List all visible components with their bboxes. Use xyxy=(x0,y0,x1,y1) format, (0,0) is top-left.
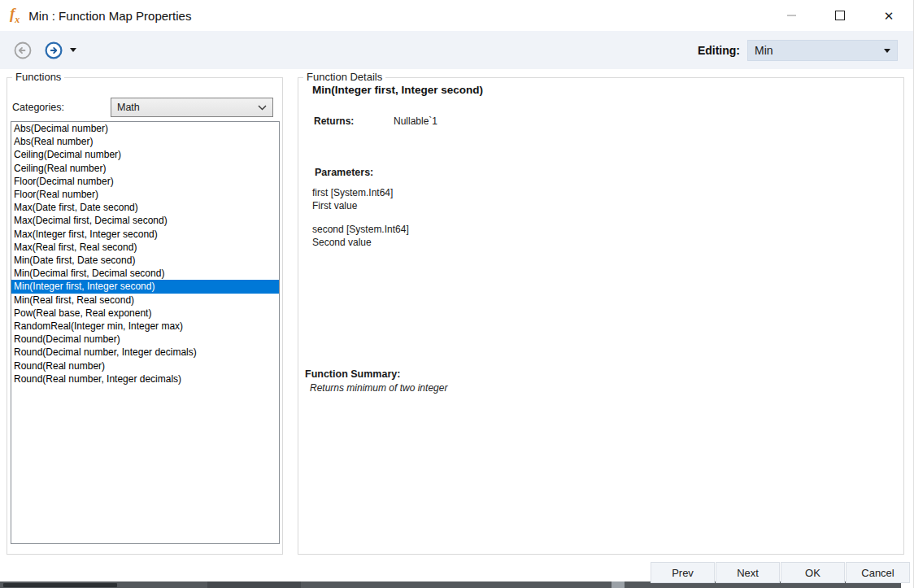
list-item[interactable]: Min(Real first, Real second) xyxy=(11,294,279,307)
minimize-icon xyxy=(787,15,796,16)
minimize-button[interactable] xyxy=(767,0,816,31)
forward-button[interactable] xyxy=(44,41,63,60)
editing-group: Editing: Min xyxy=(698,31,898,69)
parameter-description: First value xyxy=(312,200,393,213)
list-item[interactable]: Max(Integer first, Integer second) xyxy=(11,228,279,241)
list-item[interactable]: Ceiling(Real number) xyxy=(11,162,279,175)
function-summary-text: Returns minimum of two integer xyxy=(310,382,447,394)
categories-combobox-value: Math xyxy=(117,102,140,113)
editing-label: Editing: xyxy=(698,44,740,57)
function-signature: Min(Integer first, Integer second) xyxy=(312,84,483,96)
maximize-button[interactable] xyxy=(816,0,864,31)
editing-combobox[interactable]: Min xyxy=(747,40,898,61)
list-item[interactable]: Round(Decimal number) xyxy=(11,333,279,346)
background-window-segment xyxy=(207,581,301,588)
title-bar: fx Min : Function Map Properties ✕ xyxy=(0,0,913,31)
categories-combobox[interactable]: Math xyxy=(111,98,273,117)
parameter-item: first [System.Int64] First value xyxy=(312,187,393,212)
list-item[interactable]: Ceiling(Decimal number) xyxy=(11,148,279,161)
parameters-label: Parameters: xyxy=(315,167,373,178)
footer-button-bar: Prev Next OK Cancel xyxy=(650,562,910,583)
cancel-button[interactable]: Cancel xyxy=(846,562,910,583)
categories-label: Categories: xyxy=(12,102,64,113)
functions-group-label: Functions xyxy=(12,71,64,83)
list-item[interactable]: Pow(Real base, Real exponent) xyxy=(11,307,279,320)
returns-row: Returns: Nullable`1 xyxy=(314,115,437,127)
list-item[interactable]: Round(Decimal number, Integer decimals) xyxy=(11,346,279,359)
background-window-text-smudge xyxy=(3,583,117,587)
list-item[interactable]: Abs(Real number) xyxy=(11,135,279,148)
toolbar: Editing: Min xyxy=(0,31,913,69)
parameter-name: second [System.Int64] xyxy=(312,224,409,237)
function-list[interactable]: Abs(Decimal number)Abs(Real number)Ceili… xyxy=(11,121,280,544)
close-button[interactable]: ✕ xyxy=(864,0,913,31)
fx-function-icon: fx xyxy=(10,6,20,24)
list-item[interactable]: Abs(Decimal number) xyxy=(11,122,279,135)
list-item[interactable]: Max(Real first, Real second) xyxy=(11,241,279,254)
parameter-item: second [System.Int64] Second value xyxy=(312,224,409,249)
window-controls: ✕ xyxy=(767,0,913,31)
list-item[interactable]: Round(Real number) xyxy=(11,359,279,372)
close-icon: ✕ xyxy=(884,10,894,22)
list-item[interactable]: Min(Decimal first, Decimal second) xyxy=(11,267,279,280)
function-details-group-label: Function Details xyxy=(303,71,385,83)
list-item[interactable]: Floor(Decimal number) xyxy=(11,175,279,188)
function-summary-label: Function Summary: xyxy=(305,368,400,380)
chevron-down-icon xyxy=(258,105,267,111)
editing-combobox-value: Min xyxy=(755,44,773,57)
list-item[interactable]: RandomReal(Integer min, Integer max) xyxy=(11,320,279,333)
functions-groupbox: Functions Categories: Math Abs(Decimal n… xyxy=(7,77,283,555)
parameter-description: Second value xyxy=(312,237,409,250)
dialog-window: fx Min : Function Map Properties ✕ Editi… xyxy=(0,0,914,588)
list-item[interactable]: Max(Date first, Date second) xyxy=(11,201,279,214)
list-item[interactable]: Max(Decimal first, Decimal second) xyxy=(11,214,279,227)
returns-value: Nullable`1 xyxy=(394,115,437,127)
combobox-caret-icon xyxy=(884,49,890,53)
forward-dropdown-caret-icon[interactable] xyxy=(70,48,76,52)
back-arrow-icon xyxy=(13,41,33,60)
forward-arrow-icon xyxy=(44,40,63,61)
next-button[interactable]: Next xyxy=(716,562,780,583)
parameter-name: first [System.Int64] xyxy=(312,187,393,200)
list-item[interactable]: Round(Real number, Integer decimals) xyxy=(11,372,279,385)
function-details-groupbox: Function Details Min(Integer first, Inte… xyxy=(298,77,904,555)
prev-button[interactable]: Prev xyxy=(651,562,715,583)
maximize-icon xyxy=(835,11,845,20)
list-item[interactable]: Floor(Real number) xyxy=(11,188,279,201)
background-window-highlight xyxy=(612,581,625,588)
back-button[interactable] xyxy=(13,41,33,60)
ok-button[interactable]: OK xyxy=(781,562,845,583)
window-title: Min : Function Map Properties xyxy=(28,9,191,23)
list-item[interactable]: Min(Integer first, Integer second) xyxy=(11,280,279,293)
returns-label: Returns: xyxy=(314,115,394,127)
list-item[interactable]: Min(Date first, Date second) xyxy=(11,254,279,267)
